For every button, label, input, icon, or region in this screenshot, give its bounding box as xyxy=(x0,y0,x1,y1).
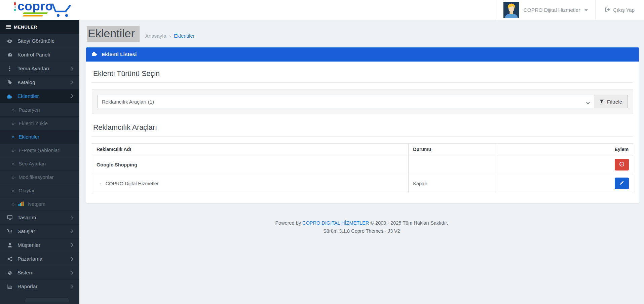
divider xyxy=(92,136,633,137)
chevron-right-icon xyxy=(71,67,73,71)
breadcrumb: Anasayfa › Eklentiler xyxy=(145,33,195,39)
ellipsis-icon xyxy=(7,66,13,71)
filter-icon xyxy=(600,99,604,105)
sidebar-item-siteyi-goruntule[interactable]: Siteyi Görüntüle xyxy=(0,34,79,48)
list-section-title: Reklamcılık Araçları xyxy=(93,123,633,132)
double-angle-icon: » xyxy=(12,174,14,180)
edit-button[interactable] xyxy=(615,178,629,189)
main-content: Eklentiler Anasayfa › Eklentiler Eklenti… xyxy=(79,20,644,304)
sidebar-subitem-seo-ayarlari[interactable]: » Seo Ayarları xyxy=(0,157,79,170)
share-icon xyxy=(7,257,13,261)
sidebar-item-musteriler[interactable]: Müşteriler xyxy=(0,238,79,252)
sidebar-item-tema-ayarlari[interactable]: Tema Ayarları xyxy=(0,62,79,75)
pencil-icon xyxy=(619,181,624,186)
table-header-row: Reklamcılık Adı Durumu Eylem xyxy=(92,144,633,155)
panel-title: Eklenti Listesi xyxy=(102,51,137,58)
sidebar-subitem-olaylar[interactable]: » Olaylar xyxy=(0,184,79,197)
user-icon xyxy=(7,243,13,248)
plugin-item-name: -COPRO Dijital Hizmetler xyxy=(92,174,409,193)
footer: Powered by COPRO DIGITAL HİZMETLER © 200… xyxy=(79,219,644,235)
monitor-icon xyxy=(7,215,13,220)
chevron-right-icon xyxy=(71,284,73,289)
double-angle-icon: » xyxy=(12,147,14,153)
sidebar-subitem-eposta-sablonlari[interactable]: » E-Posta Şablonları xyxy=(0,143,79,157)
filter-well: Reklamcılık Araçları (1) Filtrele xyxy=(92,89,633,114)
sidebar-item-kontrol-paneli[interactable]: Kontrol Paneli xyxy=(0,48,79,62)
table-row: -COPRO Dijital Hizmetler Kapalı xyxy=(92,174,633,193)
cart-logo-icon xyxy=(48,0,72,19)
footer-brand-link[interactable]: COPRO DIGITAL HİZMETLER xyxy=(302,220,369,226)
sidebar-item-tasarim[interactable]: Tasarım xyxy=(0,211,79,224)
breadcrumb-home-link[interactable]: Anasayfa xyxy=(145,33,166,39)
action-cell xyxy=(495,174,633,193)
sign-out-icon xyxy=(605,7,610,13)
sidebar: MENÜLER Siteyi Görüntüle Kontrol Paneli … xyxy=(0,20,79,304)
chevron-right-icon xyxy=(71,80,73,84)
chevron-right-icon xyxy=(71,243,73,247)
chevron-right-icon xyxy=(71,216,73,220)
copro-logo[interactable]: copro xyxy=(14,1,72,19)
double-angle-icon: » xyxy=(12,201,14,207)
logo-stripes xyxy=(23,12,47,17)
chevron-right-icon xyxy=(71,271,73,275)
sidebar-item-pazarlama[interactable]: Pazarlama xyxy=(0,252,79,266)
plugin-status xyxy=(409,155,495,174)
sidebar-item-sistem[interactable]: Sistem xyxy=(0,266,79,279)
eye-icon xyxy=(7,39,13,43)
sidebar-subitem-pazaryeri[interactable]: » Pazaryeri xyxy=(0,103,79,116)
column-header-action: Eylem xyxy=(495,144,633,155)
disable-button[interactable] xyxy=(615,159,629,170)
plugin-list-panel: Eklenti Listesi Eklenti Türünü Seçin Rek… xyxy=(86,47,639,203)
breadcrumb-current-link[interactable]: Eklentiler xyxy=(174,33,195,39)
netgsm-bars-icon xyxy=(18,201,24,207)
chevron-down-icon xyxy=(584,9,588,11)
double-angle-icon: » xyxy=(12,120,14,126)
bar-chart-icon xyxy=(7,284,13,289)
sidebar-subitem-modifikasyonlar[interactable]: » Modifikasyonlar xyxy=(0,170,79,184)
logo-dots-icon xyxy=(14,2,16,11)
panel-header: Eklenti Listesi xyxy=(86,47,639,62)
sidebar-partial-item[interactable] xyxy=(25,298,69,302)
sidebar-subitem-eklenti-yukle[interactable]: » Eklenti Yükle xyxy=(0,116,79,130)
double-angle-icon: » xyxy=(12,107,14,113)
plugin-type-select[interactable]: Reklamcılık Araçları (1) xyxy=(97,95,594,108)
plugin-table: Reklamcılık Adı Durumu Eylem Google Shop… xyxy=(92,143,633,193)
logout-button[interactable]: Çıkış Yap xyxy=(596,0,644,20)
sidebar-item-raporlar[interactable]: Raporlar xyxy=(0,279,79,293)
sidebar-subitem-eklentiler[interactable]: » Eklentiler xyxy=(0,130,79,143)
double-angle-icon: » xyxy=(12,188,14,193)
dashboard-icon xyxy=(7,53,13,57)
page-header: Eklentiler Anasayfa › Eklentiler xyxy=(79,20,644,41)
double-angle-icon: » xyxy=(12,161,14,166)
plugin-group-name: Google Shopping xyxy=(92,155,409,174)
page-title: Eklentiler xyxy=(87,26,140,41)
topbar: copro COPRO Dijital Hizmetler Çıkış Yap xyxy=(0,0,644,20)
puzzle-icon xyxy=(92,51,98,58)
chevron-right-icon xyxy=(71,257,73,261)
table-row: Google Shopping xyxy=(92,155,633,174)
hamburger-icon xyxy=(6,25,11,30)
tags-icon xyxy=(7,80,13,85)
puzzle-icon xyxy=(7,94,13,99)
plugin-status: Kapalı xyxy=(409,174,495,193)
sidebar-subitem-netgsm[interactable]: » Netgsm xyxy=(0,197,79,211)
user-menu[interactable]: COPRO Dijital Hizmetler xyxy=(496,0,596,20)
sidebar-item-katalog[interactable]: Katalog xyxy=(0,75,79,89)
action-cell xyxy=(495,155,633,174)
filter-button[interactable]: Filtrele xyxy=(594,95,628,108)
user-name: COPRO Dijital Hizmetler xyxy=(524,7,580,13)
chevron-right-icon xyxy=(71,94,73,98)
sidebar-header: MENÜLER xyxy=(0,20,79,34)
sidebar-item-eklentiler[interactable]: Eklentiler xyxy=(0,89,79,103)
footer-copyright: Powered by COPRO DIGITAL HİZMETLER © 200… xyxy=(79,219,644,227)
cart-icon xyxy=(7,229,13,234)
column-header-name: Reklamcılık Adı xyxy=(92,144,409,155)
footer-version: Sürüm 3.1.8 Copro Themes - J3 V2 xyxy=(79,227,644,235)
logo-text: copro xyxy=(17,1,53,11)
sidebar-item-satislar[interactable]: Satışlar xyxy=(0,224,79,238)
column-header-status: Durumu xyxy=(409,144,495,155)
double-angle-icon: » xyxy=(12,134,14,140)
chevron-right-icon xyxy=(71,229,73,233)
divider xyxy=(92,82,633,83)
gear-icon xyxy=(7,270,13,275)
